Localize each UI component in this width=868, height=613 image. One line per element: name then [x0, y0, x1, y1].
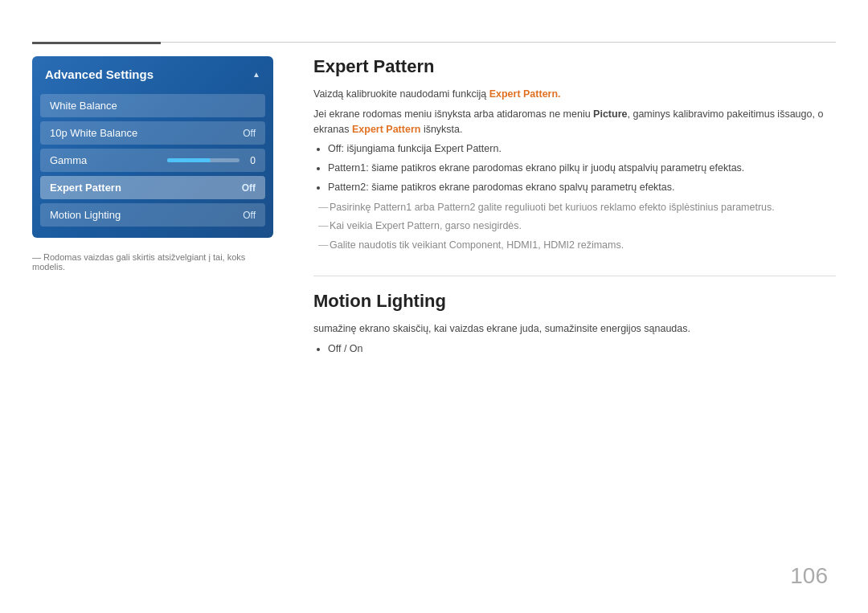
panel-note: — Rodomas vaizdas gali skirtis atsižvelg… — [32, 252, 273, 272]
10p-white-balance-value: Off — [243, 128, 256, 139]
page-number: 106 — [790, 563, 828, 589]
pattern2-bold: Pattern2 — [328, 182, 366, 193]
expert-pattern-bullet-list: Off: išjungiama funkcija Expert Pattern.… — [328, 141, 836, 194]
gamma-label: Gamma — [50, 154, 87, 166]
advanced-settings-label: Advanced Settings — [45, 67, 154, 81]
arrow-up-icon: ▲ — [252, 70, 260, 79]
expert-pattern-desc: Jei ekrane rodomas meniu išnyksta arba a… — [313, 107, 836, 137]
section-motion-lighting: Motion Lighting sumažinę ekrano skaisčių… — [313, 291, 836, 357]
dash-expert-sound: Kai veikia Expert Pattern, garso nesigir… — [318, 219, 836, 234]
picture-bold: Picture — [593, 108, 627, 120]
advanced-settings-title: Advanced Settings ▲ — [32, 56, 273, 89]
bullet-off: Off: išjungiama funkcija Expert Pattern. — [328, 141, 836, 157]
pattern1-ref: Pattern1 — [374, 202, 411, 213]
gamma-value: 0 — [246, 155, 256, 166]
bullet-off-on: Off / On — [328, 341, 836, 357]
menu-item-expert-pattern[interactable]: Expert Pattern Off — [40, 176, 265, 199]
gamma-slider-fill — [167, 158, 211, 162]
left-panel: Advanced Settings ▲ White Balance 10p Wh… — [32, 56, 273, 272]
hdmi1-ref: HDMI1 — [506, 239, 538, 251]
pattern2-ref: Pattern2 — [437, 202, 475, 213]
10p-white-balance-label: 10p White Balance — [50, 127, 137, 139]
expert-pattern-label: Expert Pattern — [50, 182, 121, 194]
menu-item-10p-white-balance[interactable]: 10p White Balance Off — [40, 121, 265, 145]
component-ref: Component — [449, 239, 502, 251]
menu-item-motion-lighting[interactable]: Motion Lighting Off — [40, 203, 265, 227]
expert-pattern-bold-3: Expert Pattern — [434, 143, 498, 154]
expert-pattern-ref: Expert Pattern — [375, 220, 440, 231]
bullet-pattern2: Pattern2: šiame patikros ekrane parodoma… — [328, 180, 836, 195]
off-bold: Off — [328, 143, 341, 154]
menu-items-list: White Balance 10p White Balance Off Gamm… — [32, 89, 273, 238]
right-content: Expert Pattern Vaizdą kalibruokite naudo… — [313, 56, 836, 378]
menu-item-gamma[interactable]: Gamma 0 — [40, 149, 265, 172]
dash-component: Galite naudotis tik veikiant Component, … — [318, 238, 836, 253]
expert-pattern-bold-2: Expert Pattern — [352, 124, 420, 135]
dash-pattern-reg: Pasirinkę Pattern1 arba Pattern2 galite … — [318, 200, 836, 215]
expert-pattern-value: Off — [242, 182, 256, 194]
hdmi2-ref: HDMI2 — [543, 239, 575, 251]
motion-lighting-desc: sumažinę ekrano skaisčių, kai vaizdas ek… — [313, 321, 836, 337]
expert-pattern-intro: Vaizdą kalibruokite naudodami funkciją E… — [313, 87, 836, 102]
expert-pattern-dash-list: Pasirinkę Pattern1 arba Pattern2 galite … — [318, 200, 836, 253]
motion-lighting-title: Motion Lighting — [313, 291, 836, 312]
motion-lighting-label: Motion Lighting — [50, 209, 121, 221]
expert-pattern-title: Expert Pattern — [313, 56, 836, 77]
motion-lighting-bullet-list: Off / On — [328, 341, 836, 357]
white-balance-label: White Balance — [50, 100, 117, 112]
top-line-accent — [32, 42, 161, 44]
off-on-bold: Off / On — [328, 343, 363, 354]
menu-item-white-balance[interactable]: White Balance — [40, 94, 265, 117]
advanced-settings-box: Advanced Settings ▲ White Balance 10p Wh… — [32, 56, 273, 238]
section-divider — [313, 276, 836, 276]
pattern1-bold: Pattern1 — [328, 162, 366, 174]
gamma-slider-container: 0 — [167, 155, 256, 166]
bullet-pattern1: Pattern1: šiame patikros ekrane parodoma… — [328, 161, 836, 176]
motion-lighting-value: Off — [243, 210, 256, 221]
expert-pattern-bold-1: Expert Pattern. — [489, 88, 561, 100]
section-expert-pattern: Expert Pattern Vaizdą kalibruokite naudo… — [313, 56, 836, 253]
gamma-slider[interactable] — [167, 158, 240, 162]
